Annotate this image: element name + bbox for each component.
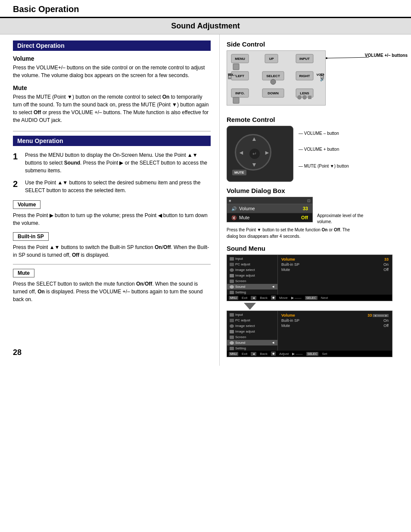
vd-volume-value: 33 <box>303 206 308 211</box>
volume-box-label: Volume <box>13 200 40 209</box>
mute-indicator: MUTE <box>232 170 246 175</box>
side-control-diagram: MENU UP INPUT LEFT SELECT RIGHT <box>227 50 326 106</box>
vd-description: Press the Point ▼ button to set the Mute… <box>227 227 360 240</box>
side-control-svg: MENU UP INPUT LEFT SELECT RIGHT <box>227 51 326 106</box>
volume-dialog-title: Volume Dialog Box <box>227 187 313 194</box>
mute-box-label: Mute <box>13 269 34 277</box>
svg-text:SELECT: SELECT <box>266 74 280 78</box>
sm1-footer: MNUExit ◄Back ◆Move ▶ —— SELECNext <box>227 295 392 301</box>
sm2-sound-active: Sound ◄ <box>227 340 277 345</box>
svg-text:LENS: LENS <box>300 91 309 95</box>
remote-diagram: ▲ ▼ ◄ ► ↵ MUTE <box>227 126 293 182</box>
svg-text:▲: ▲ <box>251 135 257 142</box>
svg-text:MENU: MENU <box>235 57 245 61</box>
page-number: 28 <box>13 348 22 357</box>
vd-volume-row: 🔊 Volume 33 <box>227 204 312 213</box>
svg-point-17 <box>271 79 276 84</box>
approximate-level-note: Approximate level of the volume. <box>317 213 363 224</box>
sm1-left: Input PC adjust Image select Image adjus… <box>227 255 278 295</box>
step1-text: Press the MENU button to display the On-… <box>25 151 211 174</box>
svg-text:INPUT: INPUT <box>299 57 310 61</box>
svg-line-28 <box>327 57 369 58</box>
step1-num: 1 <box>13 151 22 162</box>
svg-text:◄: ◄ <box>238 149 244 156</box>
mute-box-text: Press the SELECT button to switch the mu… <box>13 280 211 303</box>
step2-text: Use the Point ▲▼ buttons to select the d… <box>25 179 211 194</box>
svg-text:LEFT: LEFT <box>236 74 244 78</box>
page-title-bar: Sound Adjustment <box>0 18 411 34</box>
vol-minus-label: — VOLUME – button <box>299 131 349 136</box>
builtin-sp-box-label: Built-in SP <box>13 232 49 241</box>
vol-plus-label: — VOLUME + button <box>299 147 349 152</box>
remote-control-title: Remote Control <box>227 116 404 123</box>
page-header: Basic Operation <box>0 0 411 18</box>
menu-steps: 1 Press the MENU button to display the O… <box>13 151 211 194</box>
svg-point-25 <box>297 95 302 100</box>
sm1-right: Volume33 Built-in SPOn MuteOff <box>278 255 392 295</box>
svg-rect-6 <box>233 64 239 70</box>
sound-menu-diagram-1: Input PC adjust Image select Image adjus… <box>227 255 392 301</box>
volume-subtitle: Volume <box>13 55 211 62</box>
left-column: Direct Operation Volume Press the VOLUME… <box>0 34 220 366</box>
sound-menu-title: Sound Menu <box>227 245 404 252</box>
side-control-label: VOLUME +/– buttons <box>365 53 408 58</box>
step2-num: 2 <box>13 179 22 189</box>
svg-text:►: ► <box>264 149 270 156</box>
svg-text:INFO.: INFO. <box>235 91 244 95</box>
mute-label: — MUTE (Point ▼) button <box>299 164 349 168</box>
svg-text:UP: UP <box>269 57 274 61</box>
volume-text: Press the VOLUME+/– buttons on the side … <box>13 64 211 79</box>
sm1-sound-active: Sound ◄ <box>227 284 277 289</box>
sm2-left: Input PC adjust Image select Image adjus… <box>227 311 278 351</box>
menu-operation-section: Menu Operation <box>13 136 211 146</box>
svg-text:DOWN: DOWN <box>268 91 279 95</box>
direct-operation-section: Direct Operation <box>13 40 211 51</box>
svg-rect-27 <box>308 96 311 99</box>
sm2-footer: MNUExit ◄Back ◆Adjust ▶ —— SELECSet <box>227 351 392 357</box>
svg-text:RIGHT: RIGHT <box>299 74 310 78</box>
volume-box-text: Press the Point ▶ button to turn up the … <box>13 212 211 227</box>
vd-mute-value: Off <box>301 215 308 220</box>
svg-rect-24 <box>233 97 239 103</box>
side-control-title: Side Control <box>227 40 404 48</box>
volume-dialog-box: ■ ⊡ 🔊 Volume 33 🔇 Mute Off <box>227 197 313 222</box>
vd-mute-row: 🔇 Mute Off <box>227 213 312 222</box>
svg-point-26 <box>302 95 307 100</box>
sound-menu-diagram-2: Input PC adjust Image select Image adjus… <box>227 311 392 357</box>
svg-text:▼: ▼ <box>251 161 257 168</box>
sm2-right: Volume33 ◄ ═══ ► Built-in SPOn MuteOff <box>278 311 392 351</box>
builtin-sp-text: Press the Point ▲▼ buttons to switch the… <box>13 243 211 259</box>
mute-subtitle: Mute <box>13 84 211 91</box>
mute-text: Press the MUTE (Point ▼) button on the r… <box>13 93 211 124</box>
right-column: Side Control MENU UP INPUT LEFT <box>220 34 411 366</box>
